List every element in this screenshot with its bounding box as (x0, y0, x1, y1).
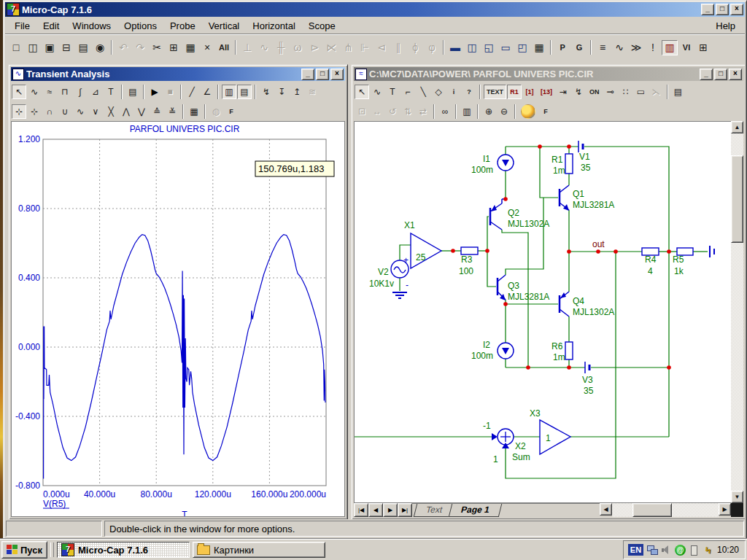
tag-left-right-button[interactable]: ∫ (73, 85, 88, 99)
component-label-mjl1302a[interactable]: MJL1302A (508, 219, 549, 229)
page-nav-1[interactable]: ◀ (368, 503, 383, 517)
wire-mode-button[interactable]: ⌐ (400, 85, 415, 99)
waveform-source-list-button[interactable]: ∿ (611, 40, 627, 55)
component-label-mjl3281a[interactable]: MJL3281A (573, 200, 614, 210)
volume-icon[interactable] (661, 545, 672, 556)
component-label-i2[interactable]: I2 (483, 340, 490, 350)
menu-horizontal[interactable]: Horizontal (246, 18, 302, 34)
menu-windows[interactable]: Windows (66, 18, 117, 34)
component-label-r6[interactable]: R6 (551, 341, 563, 351)
flip-x-button[interactable]: ⇄ (416, 104, 430, 119)
page-nav-3[interactable]: ▶| (398, 503, 412, 517)
go-to-valley-button[interactable]: ∪ (58, 104, 72, 119)
animate-options-button[interactable]: ≫ (628, 40, 644, 55)
paste-button[interactable]: ▦ (182, 40, 198, 55)
task-button-картинки[interactable]: Картинки (193, 542, 325, 558)
grid-vertical-button[interactable]: ▥ (222, 85, 236, 99)
schematic-canvas[interactable]: I1100mR11mV135Q1MJL3281AQ2MJL1302AX125V2… (354, 121, 731, 503)
info-mode-button[interactable]: i (446, 85, 461, 99)
component-list-button[interactable]: ≡ (595, 40, 611, 55)
line-mode-button[interactable]: ╱ (185, 85, 199, 99)
save-all-button[interactable]: ⊟ (58, 40, 74, 55)
go-to-low-button[interactable]: ∨ (88, 104, 103, 119)
diode-part-button[interactable]: ⊳ (306, 40, 322, 55)
component-label-r1[interactable]: R1 (551, 155, 563, 165)
input-device-icon[interactable]: ϟ (701, 543, 714, 556)
component-label-4[interactable]: 4 (648, 266, 653, 276)
component-label-mjl1302a[interactable]: MJL1302A (573, 307, 614, 317)
component-label-35[interactable]: 35 (584, 386, 594, 396)
taskbar-clock[interactable]: 10:20 (717, 545, 739, 555)
component-label-x2[interactable]: X2 (515, 441, 526, 451)
horizontal-scroll-thumb[interactable] (632, 503, 672, 517)
scope-mode-button[interactable]: ▥ (662, 40, 678, 55)
save-file-button[interactable]: ▣ (42, 40, 58, 55)
flip-y-button[interactable]: ⇅ (400, 104, 415, 119)
component-label-10k1v[interactable]: 10K1v (369, 279, 394, 289)
tag-delta-button[interactable]: ⊿ (88, 85, 103, 99)
transient-minimize-button[interactable]: _ (301, 69, 314, 80)
component-label-x1[interactable]: X1 (404, 220, 415, 230)
stop-button[interactable]: ■ (163, 85, 177, 99)
delete-button[interactable]: × (199, 40, 215, 55)
overlap-windows-button[interactable]: ▭ (498, 40, 514, 55)
cursor-next-right-button[interactable]: ⊹ (27, 104, 42, 119)
task-button-micro-cap-7-1-6[interactable]: 7Micro-Cap 7.1.6 (57, 542, 190, 558)
show-text-button[interactable]: TEXT (484, 85, 506, 99)
start-button[interactable]: Пуск (1, 541, 47, 559)
download-master-icon[interactable]: @ (675, 545, 686, 556)
print-preview-button[interactable]: ◉ (92, 40, 108, 55)
component-label-q2[interactable]: Q2 (508, 208, 519, 218)
component-label-q4[interactable]: Q4 (573, 296, 584, 306)
rotate-button[interactable]: ↺ (385, 104, 400, 119)
open-file-button[interactable]: ◫ (25, 40, 41, 55)
component-label-r5[interactable]: R5 (673, 254, 684, 265)
vertical-scroll-track[interactable] (731, 133, 743, 491)
find-button[interactable]: ∞ (438, 104, 452, 119)
menu-probe[interactable]: Probe (163, 18, 202, 34)
new-file-button[interactable]: □ (8, 40, 24, 55)
schematic-horizontal-scrollbar[interactable]: ◀ ▶ (600, 503, 731, 517)
show-attribute-text-button[interactable]: R1 (507, 85, 522, 99)
cursor-mode-button[interactable]: ∿ (27, 85, 42, 99)
component-label-1m[interactable]: 1m (553, 352, 565, 362)
copy-button[interactable]: ⊞ (166, 40, 182, 55)
split-window-button[interactable]: ◰ (514, 40, 530, 55)
select-mode-button[interactable]: ↖ (355, 85, 369, 99)
text-mode-button[interactable]: T (104, 85, 118, 99)
scroll-right-button[interactable]: ▶ (719, 503, 731, 516)
tab-page-1[interactable]: Page 1 (449, 504, 502, 517)
grid-horizontal-button[interactable]: ▤ (237, 85, 252, 99)
component-label-100m[interactable]: 100m (471, 351, 493, 361)
capacitor2-part-button[interactable]: ∥ (390, 40, 406, 55)
schematic-titlebar[interactable]: ≈ C:\MC7\DATA\POWER\ PARFOL UNIVERS PIC.… (354, 67, 743, 81)
graphics-shape-mode-button[interactable]: ◇ (431, 85, 446, 99)
go-to-peak-button[interactable]: ∩ (42, 104, 57, 119)
go-to-high-button[interactable]: ∿ (73, 104, 88, 119)
transistor-part-button[interactable]: ⋔ (340, 40, 356, 55)
taskbar-divider[interactable] (50, 542, 54, 557)
text-mode-button[interactable]: T (385, 85, 400, 99)
scroll-left-button[interactable]: ◀ (600, 503, 612, 516)
global-low-button[interactable]: ≚ (165, 104, 179, 119)
main-close-button[interactable]: × (730, 4, 743, 15)
cut-button[interactable]: ✂ (149, 40, 165, 55)
component-label-mjl3281a[interactable]: MJL3281A (508, 292, 549, 302)
component-label-v1[interactable]: V1 (579, 152, 590, 162)
font-dialog-button[interactable]: F (224, 104, 239, 119)
mirror-box-button[interactable]: ↔ (370, 104, 384, 119)
component-label-sum[interactable]: Sum (512, 452, 530, 462)
component-mode-button[interactable]: ∿ (370, 85, 384, 99)
horizontal-scroll-track[interactable] (612, 503, 719, 517)
show-power-button[interactable]: ↯ (571, 85, 586, 99)
font-dialog-button[interactable]: F (538, 104, 553, 119)
transient-plot-area[interactable]: PARFOL UNIVERS PIC.CIR1.2000.8000.4000.0… (11, 121, 345, 517)
component-palette-g-button[interactable]: G (571, 40, 587, 55)
ground-part-button[interactable]: ⊥ (239, 40, 255, 55)
dc-operating-point-button[interactable]: ! (645, 40, 661, 55)
zoom-window-button[interactable]: ⊞ (695, 40, 711, 55)
language-indicator[interactable]: EN (628, 544, 643, 556)
waveform-buffer-button[interactable]: ≋ (305, 85, 320, 99)
probe-vi-button[interactable]: VI (678, 40, 694, 55)
component-palette-p-button[interactable]: P (554, 40, 570, 55)
